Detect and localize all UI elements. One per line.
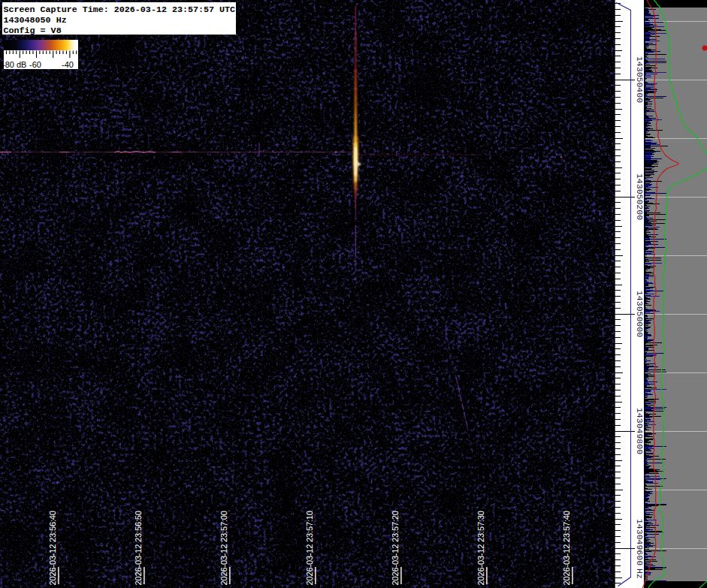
- svg-text:143050400: 143050400: [635, 56, 645, 103]
- svg-text:143048050 Hz: 143048050 Hz: [4, 15, 67, 26]
- svg-text:2026-03-12 23:57:30: 2026-03-12 23:57:30: [476, 511, 485, 585]
- svg-text:143050200: 143050200: [635, 173, 645, 220]
- svg-text:-60: -60: [29, 60, 41, 69]
- svg-text:143049800: 143049800: [635, 408, 645, 454]
- svg-text:143049600: 143049600: [635, 519, 645, 565]
- svg-text:2026-03-12 23:56:50: 2026-03-12 23:56:50: [134, 511, 143, 585]
- svg-text:2026-03-12 23:57:20: 2026-03-12 23:57:20: [391, 511, 400, 585]
- svg-text:2026-03-12 23:57:40: 2026-03-12 23:57:40: [562, 511, 571, 585]
- svg-text:Screen Capture Time: 2026-03-1: Screen Capture Time: 2026-03-12 23:57:57…: [4, 5, 236, 15]
- svg-text:-80 dB: -80 dB: [2, 60, 26, 69]
- svg-text:2026-03-12 23:57:10: 2026-03-12 23:57:10: [305, 511, 314, 585]
- svg-text:2026-03-12 23:56:40: 2026-03-12 23:56:40: [48, 511, 57, 585]
- svg-text:Config = V8: Config = V8: [4, 26, 62, 36]
- svg-text:2026-03-12 23:57:00: 2026-03-12 23:57:00: [219, 511, 228, 585]
- svg-text:-40: -40: [62, 60, 74, 69]
- svg-text:Hz: Hz: [635, 568, 645, 579]
- svg-text:143050000: 143050000: [635, 291, 645, 337]
